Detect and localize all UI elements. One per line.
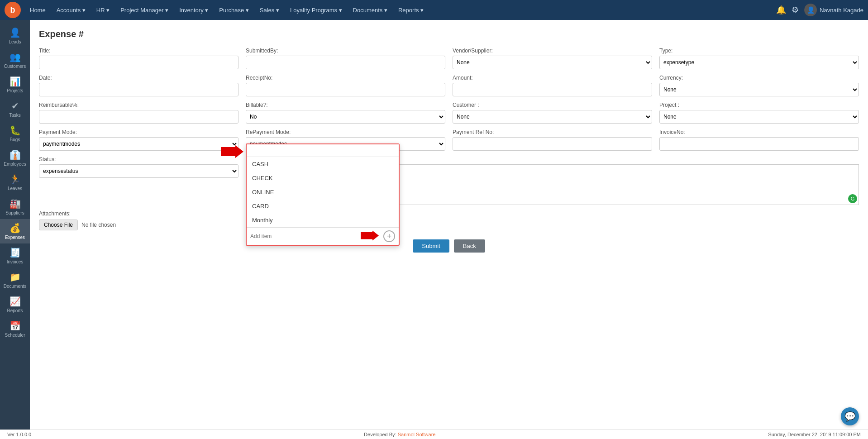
title-input[interactable] <box>39 56 238 69</box>
project-select[interactable]: None <box>659 110 859 124</box>
expenses-icon: 💰 <box>10 223 21 234</box>
add-item-button[interactable]: + <box>383 230 395 242</box>
submitted-by-group: SubmittedBy: <box>246 48 445 69</box>
sidebar-item-bugs[interactable]: 🐛 Bugs <box>0 121 30 146</box>
billable-select[interactable]: No Yes <box>246 110 445 124</box>
repayment-mode-label: RePayment Mode: <box>246 129 445 135</box>
sidebar-item-tasks[interactable]: ✔ Tasks <box>0 97 30 121</box>
date-input[interactable] <box>39 83 238 96</box>
svg-marker-0 <box>221 145 243 158</box>
dropdown-option-cash[interactable]: CASH <box>247 157 399 171</box>
sidebar-item-label: Expenses <box>5 235 25 240</box>
attachments-section: Attachments: Choose File No file chosen <box>39 210 859 230</box>
user-profile[interactable]: 👤 Navnath Kagade <box>804 4 863 16</box>
billable-group: Billable?: No Yes <box>246 102 445 124</box>
sidebar-item-projects[interactable]: 📊 Projects <box>0 72 30 97</box>
nav-home[interactable]: Home <box>25 4 50 16</box>
footer: Ver 1.0.0.0 Developed By: Sanmol Softwar… <box>0 429 868 439</box>
date-label: Date: <box>39 75 238 81</box>
submit-button[interactable]: Submit <box>413 239 449 253</box>
scheduler-icon: 📅 <box>10 320 21 331</box>
nav-purchase[interactable]: Purchase ▾ <box>215 4 253 16</box>
page-title: Expense # <box>39 29 859 39</box>
employees-icon: 👔 <box>10 149 21 160</box>
customer-select[interactable]: None <box>453 110 652 124</box>
dropdown-add-section: + <box>247 227 399 245</box>
receipt-input[interactable] <box>246 83 445 96</box>
leaves-icon: 🏃 <box>10 174 21 185</box>
sidebar-item-documents[interactable]: 📁 Documents <box>0 268 30 292</box>
form-row-1: Title: SubmittedBy: Vendor/Supplier: Non… <box>39 48 859 69</box>
invoice-no-input[interactable] <box>659 137 859 151</box>
submitted-by-input[interactable] <box>246 56 445 69</box>
dropdown-option-online[interactable]: ONLINE <box>247 185 399 199</box>
nav-hr[interactable]: HR ▾ <box>92 4 114 16</box>
amount-input[interactable] <box>453 83 652 96</box>
no-file-text: No file chosen <box>81 222 116 228</box>
sidebar-item-employees[interactable]: 👔 Employees <box>0 146 30 170</box>
arrow-indicator <box>221 145 243 159</box>
reimbursable-input[interactable] <box>39 110 238 124</box>
sidebar-item-label: Invoices <box>7 259 24 264</box>
nav-documents[interactable]: Documents ▾ <box>348 4 392 16</box>
notification-icon[interactable]: 🔔 <box>776 5 786 15</box>
sidebar-item-customers[interactable]: 👥 Customers <box>0 48 30 72</box>
customer-label: Customer : <box>453 102 652 108</box>
project-group: Project : None <box>659 102 859 124</box>
currency-select[interactable]: None <box>659 83 859 96</box>
payment-ref-input[interactable] <box>453 137 652 151</box>
settings-icon[interactable]: ⚙ <box>792 5 799 15</box>
sidebar-item-reports[interactable]: 📈 Reports <box>0 292 30 317</box>
type-select[interactable]: expensetype <box>659 56 859 69</box>
grammarly-icon: G <box>848 194 857 203</box>
dropdown-option-check[interactable]: CHECK <box>247 171 399 185</box>
vendor-group: Vendor/Supplier: None <box>453 48 652 69</box>
receipt-label: ReceiptNo: <box>246 75 445 81</box>
nav-accounts[interactable]: Accounts ▾ <box>52 4 90 16</box>
main-content: Expense # Title: SubmittedBy: Vendor/Sup… <box>30 20 868 429</box>
nav-project-manager[interactable]: Project Manager ▾ <box>116 4 173 16</box>
projects-icon: 📊 <box>10 76 21 87</box>
nav-reports[interactable]: Reports ▾ <box>394 4 428 16</box>
repayment-mode-group: RePayment Mode: paymentmodes CASH CHECK … <box>246 129 445 151</box>
nav-menu: Home Accounts ▾ HR ▾ Project Manager ▾ I… <box>25 4 776 16</box>
sidebar-item-scheduler[interactable]: 📅 Scheduler <box>0 317 30 341</box>
sidebar-item-suppliers[interactable]: 🏭 Suppliers <box>0 195 30 219</box>
invoice-no-label: InvoiceNo: <box>659 129 859 135</box>
receipt-group: ReceiptNo: <box>246 75 445 96</box>
invoices-icon: 🧾 <box>10 247 21 258</box>
vendor-select[interactable]: None <box>453 56 652 69</box>
reimbursable-group: Reimbursable%: <box>39 102 238 124</box>
type-label: Type: <box>659 48 859 54</box>
sidebar-item-label: Reports <box>7 308 23 313</box>
file-input-wrapper: Choose File No file chosen <box>39 220 859 230</box>
payment-ref-label: Payment Ref No: <box>453 129 652 135</box>
sidebar-item-label: Bugs <box>10 137 20 142</box>
dropdown-search-input[interactable] <box>247 144 399 157</box>
nav-sales[interactable]: Sales ▾ <box>255 4 284 16</box>
dropdown-option-card[interactable]: CARD <box>247 199 399 213</box>
date-group: Date: <box>39 75 238 96</box>
sidebar-item-leads[interactable]: 👤 Leads <box>0 24 30 48</box>
sidebar-item-invoices[interactable]: 🧾 Invoices <box>0 243 30 268</box>
dropdown-option-monthly[interactable]: Monthly <box>247 213 399 227</box>
sidebar-item-label: Customers <box>4 64 26 69</box>
status-select[interactable]: expensestatus <box>39 164 238 178</box>
chat-bubble[interactable]: 💬 <box>841 407 859 425</box>
nav-loyality[interactable]: Loyality Programs ▾ <box>286 4 347 16</box>
title-label: Title: <box>39 48 238 54</box>
version-text: Ver 1.0.0.0 <box>7 432 31 437</box>
sidebar-item-label: Leaves <box>8 186 22 191</box>
sidebar-item-leaves[interactable]: 🏃 Leaves <box>0 170 30 195</box>
form-row-3: Reimbursable%: Billable?: No Yes Custome… <box>39 102 859 124</box>
submitted-by-label: SubmittedBy: <box>246 48 445 54</box>
payment-mode-select[interactable]: paymentmodes <box>39 137 238 151</box>
reimbursable-label: Reimbursable%: <box>39 102 238 108</box>
choose-file-button[interactable]: Choose File <box>39 220 78 230</box>
company-name: Sanmol Software <box>398 432 436 437</box>
sidebar-item-expenses[interactable]: 💰 Expenses <box>0 219 30 243</box>
tasks-icon: ✔ <box>11 100 19 111</box>
nav-inventory[interactable]: Inventory ▾ <box>175 4 213 16</box>
currency-label: Currency: <box>659 75 859 81</box>
back-button[interactable]: Back <box>454 239 485 253</box>
